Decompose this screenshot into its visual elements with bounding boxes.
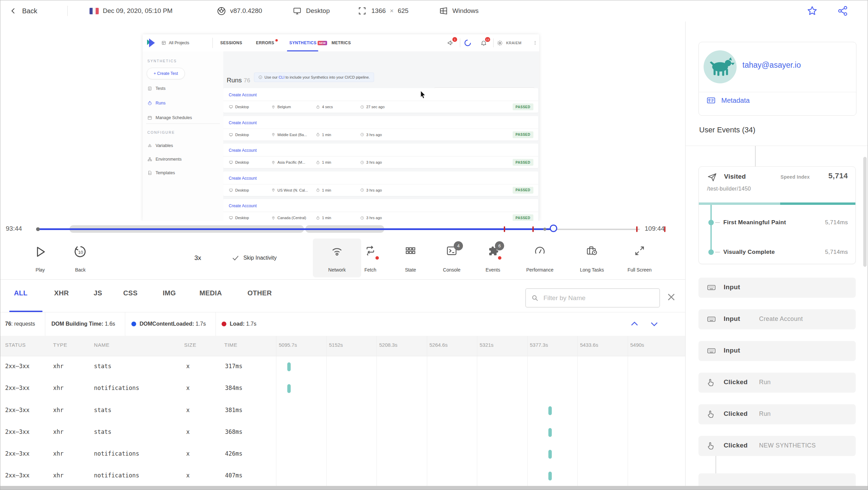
network-filter-tab[interactable]: OTHER bbox=[247, 289, 272, 297]
horizontal-scrollbar[interactable] bbox=[0, 486, 868, 490]
event-type-label: Input bbox=[724, 347, 740, 354]
run-status-badge: PASSED bbox=[513, 103, 533, 110]
run-test-name: Create Account bbox=[229, 93, 257, 97]
playback-speed-button[interactable]: 3x bbox=[194, 239, 201, 277]
user-event-card[interactable]: Input bbox=[698, 278, 856, 298]
run-duration: 1 min bbox=[316, 184, 331, 196]
run-location: Belgium bbox=[271, 101, 291, 113]
clock-icon bbox=[360, 188, 364, 192]
star-icon bbox=[806, 5, 818, 17]
request-time: 384ms bbox=[225, 385, 242, 391]
user-event-card[interactable]: Clicked Run bbox=[698, 404, 856, 424]
environments-icon bbox=[147, 157, 152, 162]
click-pointer-icon bbox=[706, 410, 716, 419]
network-filter-tab[interactable]: IMG bbox=[163, 289, 176, 297]
sidebar-scrollbar[interactable] bbox=[863, 157, 867, 267]
back-button[interactable]: Back bbox=[10, 0, 37, 21]
rewind-10-icon: 10 bbox=[73, 245, 87, 259]
request-waterfall-bar bbox=[548, 472, 552, 480]
svg-text:10: 10 bbox=[78, 250, 83, 255]
speed-index-label: Speed Index bbox=[781, 174, 810, 180]
timeline-event-marker bbox=[636, 226, 638, 232]
search-icon bbox=[531, 294, 539, 302]
toggle-long-tasks-button[interactable]: Long Tasks bbox=[571, 239, 613, 277]
toggle-fetch-button[interactable]: Fetch bbox=[349, 239, 391, 277]
share-icon bbox=[837, 5, 849, 17]
network-request-row[interactable]: 2xx–3xx xhr notifications x 407ms bbox=[0, 465, 685, 487]
events-divider bbox=[686, 146, 868, 146]
user-event-card[interactable]: Input Create Account bbox=[698, 309, 856, 329]
user-event-card[interactable]: Clicked Run bbox=[698, 373, 856, 393]
toggle-console-button[interactable]: 4 Console bbox=[431, 239, 473, 277]
col-type: TYPE bbox=[53, 342, 67, 348]
stopwatch-icon bbox=[316, 132, 320, 137]
timeline-playhead[interactable] bbox=[550, 225, 557, 232]
replay-stage: All Projects SESSIONS ERRORS SYNTHETICS … bbox=[0, 21, 685, 221]
network-filter-tab[interactable]: CSS bbox=[123, 289, 138, 297]
jump-next-button[interactable] bbox=[649, 319, 659, 329]
replayed-app-screenshot: All Projects SESSIONS ERRORS SYNTHETICS … bbox=[143, 34, 539, 221]
location-pin-icon bbox=[271, 216, 275, 220]
stopwatch-icon bbox=[316, 188, 320, 192]
network-filter-input[interactable] bbox=[543, 294, 654, 302]
network-request-row[interactable]: 2xx–3xx xhr stats x 381ms bbox=[0, 400, 685, 422]
player-timeline[interactable]: 93:44 109:44 bbox=[0, 221, 685, 239]
monitor-icon bbox=[229, 160, 233, 164]
visited-event-card[interactable]: Visited Speed Index 5,714 /test-builder/… bbox=[698, 166, 856, 264]
calendar-icon bbox=[147, 115, 152, 120]
favorite-star-button[interactable] bbox=[806, 5, 819, 17]
user-email-link[interactable]: tahay@asayer.io bbox=[742, 61, 801, 70]
total-time-label: 109:44 bbox=[645, 225, 664, 232]
create-test-button: + Create Test bbox=[147, 68, 185, 79]
clipboard-icon bbox=[147, 86, 152, 91]
announcements-badge: 1 bbox=[452, 37, 457, 42]
app-tab-errors: ERRORS bbox=[256, 34, 274, 51]
full-screen-button[interactable]: Full Screen bbox=[618, 239, 661, 277]
network-request-row[interactable]: 2xx–3xx xhr stats x 317ms bbox=[0, 356, 685, 378]
full-screen-icon bbox=[633, 245, 646, 257]
current-time-label: 93:44 bbox=[6, 225, 22, 232]
run-time-ago: 3 hrs ago bbox=[360, 184, 382, 196]
console-count-badge: 4 bbox=[454, 241, 463, 250]
user-events-list: Input Input Create Account Input bbox=[698, 278, 856, 456]
network-filter-tab[interactable]: ALL bbox=[14, 289, 28, 297]
resolution-separator: × bbox=[390, 7, 393, 15]
project-selector-label: All Projects bbox=[169, 40, 189, 45]
waterfall-time-label: 5377.3s bbox=[530, 342, 548, 348]
timeline-event-marker bbox=[664, 226, 665, 232]
request-type: xhr bbox=[53, 428, 64, 435]
toggle-events-button[interactable]: 6 Events bbox=[472, 239, 514, 277]
card-divider bbox=[699, 92, 856, 92]
request-time: 426ms bbox=[225, 450, 242, 457]
request-status: 2xx–3xx bbox=[5, 428, 30, 435]
toggle-state-button[interactable]: State bbox=[389, 239, 432, 277]
close-panel-button[interactable] bbox=[666, 292, 676, 302]
request-status: 2xx–3xx bbox=[5, 450, 30, 457]
play-button[interactable]: Play bbox=[19, 239, 61, 277]
back-10s-button[interactable]: 10 Back bbox=[59, 239, 101, 277]
user-card: tahay@asayer.io Metadata bbox=[698, 42, 856, 116]
metadata-button[interactable]: Metadata bbox=[706, 96, 750, 105]
toggle-performance-button[interactable]: Performance bbox=[519, 239, 561, 277]
network-request-row[interactable]: 2xx–3xx xhr notifications x 384ms bbox=[0, 378, 685, 399]
new-badge: NEW bbox=[318, 41, 327, 45]
network-request-row[interactable]: 2xx–3xx xhr stats x 368ms bbox=[0, 422, 685, 443]
run-location: Canada (Central) bbox=[271, 212, 306, 221]
network-filter-tab[interactable]: JS bbox=[94, 289, 102, 297]
keyboard-icon bbox=[706, 346, 717, 355]
network-panel: ALL XHR JS CSS IMG MEDIA OTHER 76: reque… bbox=[0, 279, 685, 490]
run-location: Asia Pacific (M... bbox=[271, 157, 305, 168]
play-icon bbox=[33, 245, 47, 259]
user-event-card[interactable]: Input bbox=[698, 341, 856, 361]
share-button[interactable] bbox=[837, 5, 849, 17]
clock-icon bbox=[360, 216, 364, 220]
jump-previous-button[interactable] bbox=[629, 319, 640, 329]
metrics-timeline-line bbox=[710, 205, 712, 252]
skip-inactivity-toggle[interactable]: Skip Inactivity bbox=[232, 239, 277, 277]
network-request-row[interactable]: 2xx–3xx xhr notifications x 426ms bbox=[0, 443, 685, 465]
network-filter-tab[interactable]: XHR bbox=[54, 289, 69, 297]
run-test-name: Create Account bbox=[229, 148, 257, 153]
network-filter-tab[interactable]: MEDIA bbox=[199, 289, 222, 297]
user-event-card[interactable]: Clicked NEW SYNTHETICS bbox=[698, 436, 856, 456]
request-size: x bbox=[186, 472, 190, 479]
